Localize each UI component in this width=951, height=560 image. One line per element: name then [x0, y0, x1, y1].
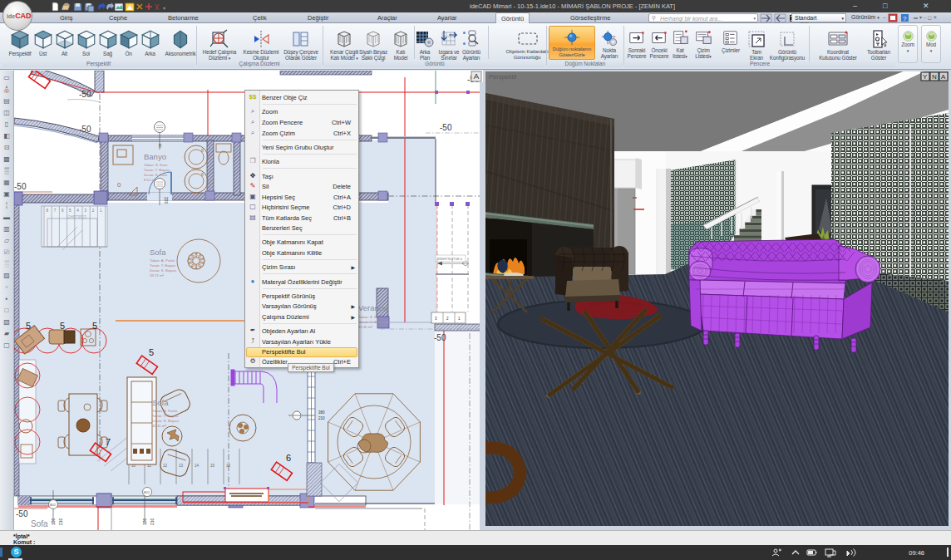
svg-text:GHRT9523: GHRT9523: [67, 215, 86, 219]
svg-text:5: 5: [26, 321, 31, 331]
svg-text:1R0HT9L3T0E.0: 1R0HT9L3T0E.0: [437, 257, 463, 261]
svg-text:Sofa: Sofa: [152, 398, 169, 407]
svg-text:80: 80: [158, 144, 162, 148]
svg-text:5: 5: [92, 321, 97, 331]
svg-text:8.51 m²: 8.51 m²: [144, 178, 156, 182]
svg-text:Veranda: Veranda: [358, 303, 388, 312]
svg-text:Banyo: Banyo: [144, 152, 166, 161]
svg-text:8: 8: [201, 148, 204, 153]
svg-text:?: ?: [903, 15, 907, 22]
svg-text:5: 5: [60, 321, 65, 331]
svg-text:Taban: A. Parke: Taban: A. Parke: [150, 258, 175, 263]
svg-text:Y: Y: [923, 73, 928, 81]
svg-text:Duvar: C. Boyası: Duvar: C. Boyası: [358, 320, 385, 324]
svg-text:16: 16: [226, 464, 231, 468]
svg-text:13: 13: [179, 464, 184, 468]
svg-text:Duvar: S. Boyası: Duvar: S. Boyası: [150, 268, 176, 273]
svg-text:B02: B02: [144, 491, 150, 494]
svg-text:45.11 m²: 45.11 m²: [152, 424, 166, 428]
svg-text:Taban: S. Karo: Taban: S. Karo: [144, 163, 168, 167]
svg-text:Taban: S. Karo: Taban: S. Karo: [358, 315, 382, 319]
svg-text:Tavan: T. Boyası: Tavan: T. Boyası: [144, 168, 170, 172]
svg-text:-50: -50: [79, 90, 91, 99]
svg-text:8: 8: [201, 172, 204, 177]
svg-text:Taban: A. Parke: Taban: A. Parke: [152, 409, 178, 413]
svg-text:A: A: [941, 73, 946, 81]
svg-text:220: 220: [164, 197, 169, 204]
svg-text:15: 15: [210, 464, 215, 468]
svg-text:Sofa: Sofa: [31, 519, 48, 528]
svg-text:5: 5: [149, 347, 154, 357]
svg-text:-50: -50: [440, 123, 452, 132]
svg-text:210: 210: [150, 518, 155, 525]
svg-text:Sofa: Sofa: [150, 248, 166, 257]
svg-text:-50: -50: [434, 333, 446, 342]
svg-text:7: 7: [106, 437, 111, 447]
svg-text:210: 210: [318, 416, 325, 420]
svg-text:380: 380: [318, 410, 325, 415]
svg-text:-50: -50: [79, 125, 91, 134]
svg-text:-50: -50: [14, 182, 27, 191]
svg-text:-50: -50: [16, 509, 28, 518]
svg-text:Perspektif: Perspektif: [489, 73, 517, 81]
svg-text:Duvar: S. Karo: Duvar: S. Karo: [144, 173, 168, 177]
svg-text:Tavan: T. Boyası: Tavan: T. Boyası: [150, 263, 175, 268]
svg-text:14: 14: [195, 464, 200, 468]
svg-text:39.72 m²: 39.72 m²: [150, 273, 165, 278]
svg-text:B02: B02: [50, 504, 56, 507]
svg-text:12: 12: [163, 464, 168, 468]
svg-text:Duvar: S. Boyası: Duvar: S. Boyası: [152, 419, 179, 423]
svg-text:6: 6: [286, 453, 291, 463]
svg-text:0: 0: [117, 181, 121, 189]
svg-text:45.45 m²: 45.45 m²: [358, 325, 373, 329]
svg-text:Tavan: T. Boyası: Tavan: T. Boyası: [152, 414, 178, 418]
svg-text:N: N: [932, 73, 937, 81]
svg-text:210: 210: [58, 518, 63, 525]
